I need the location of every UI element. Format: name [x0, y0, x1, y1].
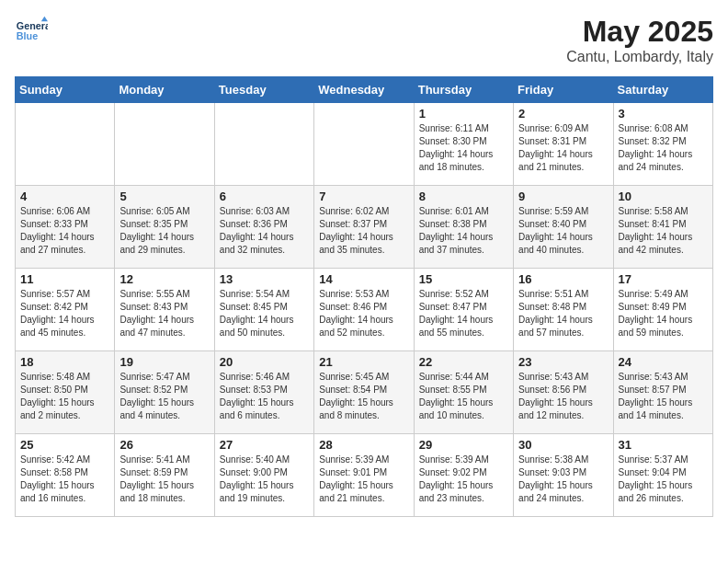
day-info: Sunrise: 5:46 AM Sunset: 8:53 PM Dayligh…	[220, 371, 309, 422]
day-number: 29	[419, 438, 508, 452]
day-cell: 23Sunrise: 5:43 AM Sunset: 8:56 PM Dayli…	[514, 351, 613, 434]
week-row-5: 25Sunrise: 5:42 AM Sunset: 8:58 PM Dayli…	[16, 434, 713, 517]
day-cell: 30Sunrise: 5:38 AM Sunset: 9:03 PM Dayli…	[514, 434, 613, 517]
day-cell: 14Sunrise: 5:53 AM Sunset: 8:46 PM Dayli…	[314, 269, 414, 351]
svg-marker-2	[41, 17, 48, 21]
day-number: 2	[518, 107, 608, 121]
day-number: 12	[119, 272, 209, 286]
day-cell: 13Sunrise: 5:54 AM Sunset: 8:45 PM Dayli…	[214, 269, 313, 351]
day-info: Sunrise: 6:01 AM Sunset: 8:38 PM Dayligh…	[419, 205, 508, 257]
day-cell: 24Sunrise: 5:43 AM Sunset: 8:57 PM Dayli…	[613, 351, 712, 434]
day-info: Sunrise: 5:47 AM Sunset: 8:52 PM Dayligh…	[119, 371, 209, 422]
day-cell: 15Sunrise: 5:52 AM Sunset: 8:47 PM Dayli…	[414, 269, 513, 351]
day-info: Sunrise: 5:41 AM Sunset: 8:59 PM Dayligh…	[119, 454, 209, 505]
day-cell: 17Sunrise: 5:49 AM Sunset: 8:49 PM Dayli…	[613, 269, 712, 351]
week-row-3: 11Sunrise: 5:57 AM Sunset: 8:42 PM Dayli…	[16, 269, 713, 351]
day-info: Sunrise: 6:11 AM Sunset: 8:30 PM Dayligh…	[419, 122, 508, 174]
day-info: Sunrise: 5:54 AM Sunset: 8:45 PM Dayligh…	[220, 288, 309, 339]
day-number: 25	[20, 438, 109, 452]
day-number: 8	[419, 190, 508, 203]
day-cell	[214, 103, 313, 186]
day-cell: 2Sunrise: 6:09 AM Sunset: 8:31 PM Daylig…	[514, 103, 613, 186]
day-info: Sunrise: 5:57 AM Sunset: 8:42 PM Dayligh…	[20, 288, 109, 339]
day-cell: 5Sunrise: 6:05 AM Sunset: 8:35 PM Daylig…	[115, 186, 214, 269]
day-info: Sunrise: 5:52 AM Sunset: 8:47 PM Dayligh…	[419, 288, 508, 339]
day-info: Sunrise: 5:43 AM Sunset: 8:56 PM Dayligh…	[518, 371, 608, 422]
day-cell	[16, 103, 115, 186]
day-info: Sunrise: 6:06 AM Sunset: 8:33 PM Dayligh…	[20, 205, 109, 257]
day-cell: 27Sunrise: 5:40 AM Sunset: 9:00 PM Dayli…	[214, 434, 313, 517]
day-number: 13	[220, 272, 309, 286]
day-info: Sunrise: 5:38 AM Sunset: 9:03 PM Dayligh…	[518, 454, 608, 505]
weekday-tuesday: Tuesday	[214, 77, 313, 103]
day-number: 21	[319, 355, 408, 369]
day-cell: 11Sunrise: 5:57 AM Sunset: 8:42 PM Dayli…	[16, 269, 115, 351]
day-info: Sunrise: 6:05 AM Sunset: 8:35 PM Dayligh…	[119, 205, 209, 257]
location: Cantu, Lombardy, Italy	[566, 49, 713, 65]
day-number: 9	[518, 190, 608, 203]
weekday-header-row: SundayMondayTuesdayWednesdayThursdayFrid…	[16, 77, 713, 103]
day-number: 20	[220, 355, 309, 369]
day-number: 14	[319, 272, 408, 286]
day-info: Sunrise: 5:42 AM Sunset: 8:58 PM Dayligh…	[20, 454, 109, 505]
day-cell: 10Sunrise: 5:58 AM Sunset: 8:41 PM Dayli…	[613, 186, 712, 269]
weekday-thursday: Thursday	[414, 77, 513, 103]
day-info: Sunrise: 5:37 AM Sunset: 9:04 PM Dayligh…	[619, 454, 708, 505]
day-info: Sunrise: 5:39 AM Sunset: 9:01 PM Dayligh…	[319, 454, 408, 505]
day-cell: 9Sunrise: 5:59 AM Sunset: 8:40 PM Daylig…	[514, 186, 613, 269]
day-info: Sunrise: 6:02 AM Sunset: 8:37 PM Dayligh…	[319, 205, 408, 257]
day-info: Sunrise: 6:08 AM Sunset: 8:32 PM Dayligh…	[619, 122, 708, 174]
day-number: 4	[20, 190, 109, 203]
day-number: 24	[619, 355, 708, 369]
svg-text:Blue: Blue	[17, 30, 38, 41]
day-number: 28	[319, 438, 408, 452]
day-cell: 22Sunrise: 5:44 AM Sunset: 8:55 PM Dayli…	[414, 351, 513, 434]
weekday-wednesday: Wednesday	[314, 77, 414, 103]
day-cell: 26Sunrise: 5:41 AM Sunset: 8:59 PM Dayli…	[115, 434, 214, 517]
day-cell: 18Sunrise: 5:48 AM Sunset: 8:50 PM Dayli…	[16, 351, 115, 434]
day-info: Sunrise: 5:49 AM Sunset: 8:49 PM Dayligh…	[619, 288, 708, 339]
weekday-saturday: Saturday	[613, 77, 712, 103]
day-number: 23	[518, 355, 608, 369]
day-cell: 25Sunrise: 5:42 AM Sunset: 8:58 PM Dayli…	[16, 434, 115, 517]
day-number: 15	[419, 272, 508, 286]
day-info: Sunrise: 5:44 AM Sunset: 8:55 PM Dayligh…	[419, 371, 508, 422]
day-cell: 16Sunrise: 5:51 AM Sunset: 8:48 PM Dayli…	[514, 269, 613, 351]
weekday-monday: Monday	[115, 77, 214, 103]
title-block: May 2025 Cantu, Lombardy, Italy	[566, 15, 713, 65]
month-year: May 2025	[566, 15, 713, 49]
weekday-sunday: Sunday	[16, 77, 115, 103]
day-cell: 1Sunrise: 6:11 AM Sunset: 8:30 PM Daylig…	[414, 103, 513, 186]
day-number: 16	[518, 272, 608, 286]
day-info: Sunrise: 6:09 AM Sunset: 8:31 PM Dayligh…	[518, 122, 608, 174]
calendar-table: SundayMondayTuesdayWednesdayThursdayFrid…	[15, 76, 713, 517]
day-number: 17	[619, 272, 708, 286]
logo-icon: General Blue	[15, 15, 48, 48]
day-cell: 28Sunrise: 5:39 AM Sunset: 9:01 PM Dayli…	[314, 434, 414, 517]
day-number: 30	[518, 438, 608, 452]
day-number: 7	[319, 190, 408, 203]
day-number: 26	[119, 438, 209, 452]
day-info: Sunrise: 5:39 AM Sunset: 9:02 PM Dayligh…	[419, 454, 508, 505]
day-cell: 3Sunrise: 6:08 AM Sunset: 8:32 PM Daylig…	[613, 103, 712, 186]
day-cell: 20Sunrise: 5:46 AM Sunset: 8:53 PM Dayli…	[214, 351, 313, 434]
day-info: Sunrise: 5:43 AM Sunset: 8:57 PM Dayligh…	[619, 371, 708, 422]
day-info: Sunrise: 6:03 AM Sunset: 8:36 PM Dayligh…	[220, 205, 309, 257]
day-cell	[314, 103, 414, 186]
day-info: Sunrise: 5:51 AM Sunset: 8:48 PM Dayligh…	[518, 288, 608, 339]
day-number: 18	[20, 355, 109, 369]
day-info: Sunrise: 5:53 AM Sunset: 8:46 PM Dayligh…	[319, 288, 408, 339]
day-cell: 12Sunrise: 5:55 AM Sunset: 8:43 PM Dayli…	[115, 269, 214, 351]
day-cell: 4Sunrise: 6:06 AM Sunset: 8:33 PM Daylig…	[16, 186, 115, 269]
day-number: 5	[119, 190, 209, 203]
day-number: 19	[119, 355, 209, 369]
day-number: 22	[419, 355, 508, 369]
day-cell: 19Sunrise: 5:47 AM Sunset: 8:52 PM Dayli…	[115, 351, 214, 434]
day-info: Sunrise: 5:40 AM Sunset: 9:00 PM Dayligh…	[220, 454, 309, 505]
week-row-4: 18Sunrise: 5:48 AM Sunset: 8:50 PM Dayli…	[16, 351, 713, 434]
weekday-friday: Friday	[514, 77, 613, 103]
day-number: 31	[619, 438, 708, 452]
day-number: 1	[419, 107, 508, 121]
day-cell: 6Sunrise: 6:03 AM Sunset: 8:36 PM Daylig…	[214, 186, 313, 269]
week-row-1: 1Sunrise: 6:11 AM Sunset: 8:30 PM Daylig…	[16, 103, 713, 186]
